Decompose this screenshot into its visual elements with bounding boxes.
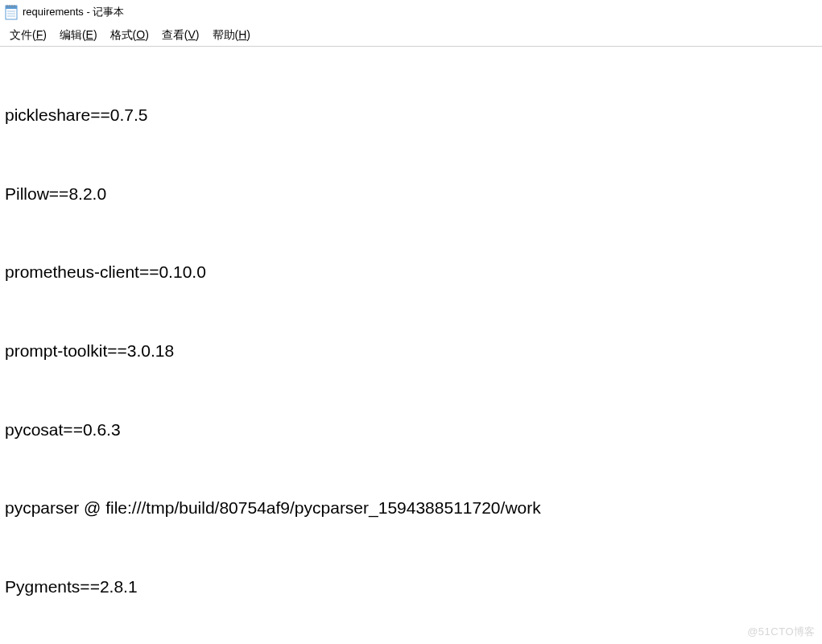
content-line: pycparser @ file:///tmp/build/80754af9/p… — [5, 495, 817, 522]
content-line: pickleshare==0.7.5 — [5, 102, 817, 129]
notepad-icon — [5, 4, 18, 20]
title-bar: requirements - 记事本 — [0, 0, 822, 24]
watermark: @51CTO博客 — [747, 625, 816, 639]
content-line: Pillow==8.2.0 — [5, 181, 817, 208]
menu-edit[interactable]: 编辑(E) — [53, 27, 104, 44]
content-line: prompt-toolkit==3.0.18 — [5, 338, 817, 365]
window-title: requirements - 记事本 — [23, 5, 124, 19]
content-line: prometheus-client==0.10.0 — [5, 259, 817, 286]
menu-file[interactable]: 文件(F) — [3, 27, 53, 44]
menu-view[interactable]: 查看(V) — [155, 27, 206, 44]
text-content[interactable]: pickleshare==0.7.5 Pillow==8.2.0 prometh… — [0, 47, 822, 644]
menu-bar: 文件(F) 编辑(E) 格式(O) 查看(V) 帮助(H) — [0, 24, 822, 47]
content-line: Pygments==2.8.1 — [5, 574, 817, 601]
menu-help[interactable]: 帮助(H) — [206, 27, 257, 44]
content-line: pycosat==0.6.3 — [5, 417, 817, 444]
menu-format[interactable]: 格式(O) — [104, 27, 155, 44]
